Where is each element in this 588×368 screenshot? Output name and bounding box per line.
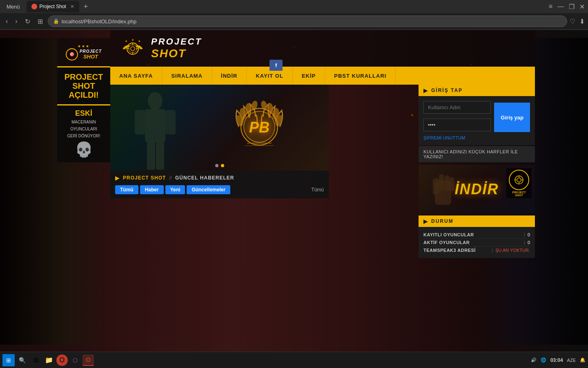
- notification-icon[interactable]: 🔔: [580, 357, 586, 363]
- tab-close-button[interactable]: ✕: [70, 4, 74, 9]
- download-logo-overlay: PROJECT SHOT: [506, 168, 532, 198]
- nav-bar: ‹ › ↻ ⊞ 🔒 localhost/PBshotOLD/index.php …: [0, 13, 588, 29]
- windows-icon: ⊞: [6, 357, 11, 364]
- taskbar-search-button[interactable]: 🔍: [17, 355, 27, 365]
- refresh-button[interactable]: ↻: [22, 16, 33, 27]
- taskbar-time-text: 03:04: [550, 357, 563, 363]
- nav-pbst-kurallari[interactable]: PBST KURALLARI: [325, 67, 396, 85]
- speaker-icon[interactable]: 🔊: [531, 357, 537, 363]
- svg-point-1: [129, 45, 137, 53]
- svg-rect-14: [147, 141, 155, 170]
- window-sort-icon[interactable]: ≡: [549, 3, 552, 11]
- network-icon[interactable]: 🌐: [541, 357, 546, 363]
- svg-point-35: [517, 178, 521, 182]
- status-sep-0: |: [524, 232, 525, 237]
- nav-indir[interactable]: İNDİR: [212, 67, 247, 85]
- facebook-overlay: f: [270, 60, 283, 71]
- folder-icon: 📁: [45, 356, 53, 364]
- browser-menu-label[interactable]: Menü: [3, 4, 23, 10]
- window-close-button[interactable]: ✕: [579, 3, 585, 11]
- download-banner[interactable]: İNDİR PROJECT SHOT: [419, 165, 535, 214]
- filter-haber-button[interactable]: Haber: [140, 185, 164, 194]
- start-button[interactable]: ⊞: [2, 354, 15, 366]
- svg-rect-12: [135, 110, 145, 135]
- status-sep-2: |: [492, 248, 493, 253]
- password-input[interactable]: [423, 119, 491, 131]
- taskbar-active-opera[interactable]: O: [82, 355, 94, 366]
- status-sep-1: |: [524, 240, 525, 245]
- active-tab[interactable]: Project Shot ✕: [27, 1, 79, 12]
- login-button[interactable]: Giriş yap: [494, 103, 530, 132]
- taskbar-pinned-icons: ⧉ 📁 O ⬡ O: [30, 355, 94, 366]
- login-form: Giriş yap ŞİFREMİ UNUTTUM: [423, 101, 530, 140]
- grid-button[interactable]: ⊞: [35, 16, 45, 27]
- sidebar-logo-box: ★★★ 🎯 PROJECT SHOT: [57, 38, 110, 67]
- address-bar[interactable]: 🔒 localhost/PBshotOLD/index.php: [48, 16, 567, 27]
- sidebar-logo-stars: ★★★: [66, 44, 102, 48]
- facebook-button[interactable]: f: [270, 60, 283, 71]
- logo-text: PROJECT SHOT: [151, 36, 202, 60]
- address-text: localhost/PBshotOLD/index.php: [62, 18, 137, 25]
- filter-tumuu-button[interactable]: Tümü: [115, 185, 138, 194]
- news-all-link[interactable]: Tümü: [311, 187, 324, 193]
- window-minimize-button[interactable]: —: [557, 3, 564, 11]
- download-icon[interactable]: ⬇: [579, 18, 585, 25]
- filter-guncellemeler-button[interactable]: Güncellemeler: [187, 185, 230, 194]
- taskbar: ⊞ 🔍 ⧉ 📁 O ⬡ O 🔊 🌐 03:04 AZE 🔔: [0, 352, 588, 368]
- taskbar-icon-folder[interactable]: 📁: [43, 355, 55, 366]
- login-header-title: GİRİŞ TAP: [431, 88, 463, 93]
- browser-chrome: Menü Project Shot ✕ + ≡ — ❐ ✕ ‹ › ↻ ⊞ 🔒 …: [0, 0, 588, 30]
- slider-character-silhouette: [118, 97, 192, 171]
- sidebar-promo2: ESKİ MACERANIN OYUNCULARI GERİ DÖNÜYOR! …: [57, 105, 110, 162]
- filter-yeni-button[interactable]: Yeni: [165, 185, 185, 194]
- sidebar-project: PROJECT: [80, 49, 102, 54]
- status-panel-header: ▶ DURUM: [419, 215, 535, 227]
- tab-title: Project Shot: [40, 4, 66, 9]
- news-section: ▶ PROJECT SHOT // GÜNCEL HABERELER Tümü …: [110, 171, 329, 198]
- nav-siralama[interactable]: SIRALAMA: [162, 67, 212, 85]
- status-value-1: 0: [528, 240, 530, 245]
- download-emblem: [509, 170, 529, 190]
- logo-area: ★ ★ ★ PROJECT SHOT: [118, 36, 202, 61]
- site-header: ★ ★ ★ PROJECT SHOT: [110, 30, 535, 67]
- right-panel: ▶ GİRİŞ TAP Giriş yap ŞİFREMİ UNUTTUM: [419, 85, 535, 368]
- slider-dot-1[interactable]: [215, 164, 218, 167]
- svg-text:★: ★: [138, 40, 140, 43]
- sidebar-promo2-line2: MACERANIN: [61, 119, 106, 125]
- slider-dot-2[interactable]: [221, 164, 224, 167]
- sidebar-skull-icon: 💀: [61, 141, 106, 158]
- taskbar-lang: AZE: [567, 358, 576, 363]
- slider-dots: [215, 164, 224, 167]
- status-label-0: KAYITLI OYUNCULAR: [423, 232, 521, 237]
- svg-point-10: [148, 92, 163, 110]
- forward-button[interactable]: ›: [13, 16, 20, 27]
- nav-ekip[interactable]: EKİP: [293, 67, 325, 85]
- status-label-1: AKTİF OYUNCULAR: [423, 240, 521, 245]
- laurel-emblem: PB: [223, 90, 296, 164]
- content-area: PB ▶ PROJECT SHOT: [110, 85, 535, 368]
- taskbar-right: 🔊 🌐 03:04 AZE 🔔: [531, 357, 586, 363]
- news-title: PROJECT SHOT: [123, 175, 166, 181]
- logo-shot-text: SHOT: [151, 47, 202, 60]
- nav-ana-sayfa[interactable]: ANA SAYFA: [110, 67, 162, 85]
- bookmark-icon[interactable]: ♡: [570, 18, 575, 25]
- search-icon: 🔍: [19, 357, 26, 364]
- taskbar-icon-opera[interactable]: O: [56, 355, 68, 366]
- download-text: İNDİR: [455, 181, 499, 198]
- username-input[interactable]: [423, 101, 491, 114]
- taskbar-icon-vs[interactable]: ⬡: [69, 355, 81, 366]
- sidebar-promo1-line1: PROJECT: [62, 72, 105, 81]
- taskbar-icon-taskview[interactable]: ⧉: [30, 355, 42, 366]
- status-header-arrow: ▶: [423, 218, 428, 224]
- new-tab-button[interactable]: +: [81, 2, 91, 11]
- page-wrapper: ★★★ 🎯 PROJECT SHOT: [0, 30, 588, 368]
- slider-character-area: [110, 85, 200, 171]
- window-maximize-button[interactable]: ❐: [569, 3, 575, 11]
- news-header: ▶ PROJECT SHOT // GÜNCEL HABERELER: [115, 175, 324, 181]
- forgot-password-link[interactable]: ŞİFREMİ UNUTTUM: [423, 135, 530, 140]
- sidebar-promo2-line1: ESKİ: [61, 110, 106, 118]
- login-warning: KULLANICI ADINIZI KÜÇÜK HARFLER İLE YAZI…: [419, 146, 535, 162]
- back-button[interactable]: ‹: [3, 16, 10, 27]
- download-hand-icon: [427, 168, 459, 211]
- svg-rect-31: [439, 174, 444, 191]
